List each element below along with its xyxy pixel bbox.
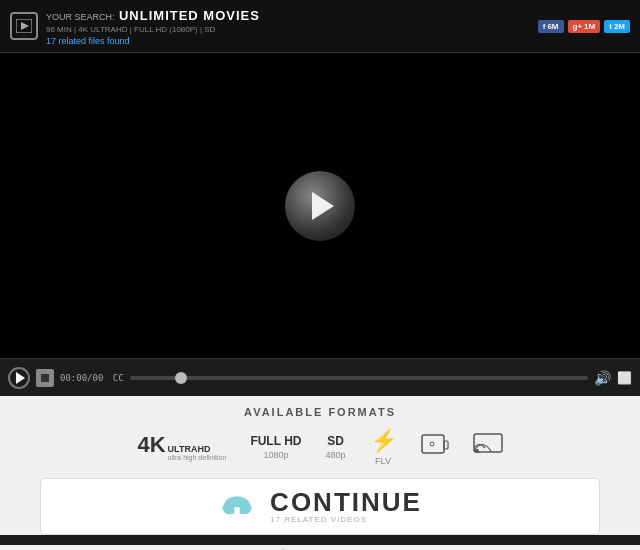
format-flash: ⚡ FLV bbox=[370, 428, 397, 466]
play-control-button[interactable] bbox=[8, 367, 30, 389]
play-button[interactable] bbox=[285, 171, 355, 241]
tablet-icon bbox=[421, 434, 449, 461]
gp-icon: g+ bbox=[573, 22, 583, 31]
fb-icon: f bbox=[543, 22, 546, 31]
sd-res: 480p bbox=[325, 450, 345, 460]
header-left: Your Search: UNLIMITED MOVIES 96 MIN | 4… bbox=[10, 6, 260, 46]
time-display: 00:00/00 CC bbox=[60, 373, 124, 383]
fullscreen-icon[interactable]: ⬜ bbox=[617, 371, 632, 385]
format-sd: SD 480p bbox=[325, 434, 345, 460]
video-player bbox=[0, 53, 640, 358]
controls-bar: 00:00/00 CC 🔊 ⬜ bbox=[0, 358, 640, 396]
fullhd-label: FULL HD bbox=[250, 434, 301, 448]
tw-count: 2M bbox=[614, 22, 625, 31]
search-meta: 96 MIN | 4K ULTRAHD | FULL HD (1080P) | … bbox=[46, 25, 260, 34]
tw-icon: t bbox=[609, 22, 612, 31]
facebook-button[interactable]: f 6M bbox=[538, 20, 564, 33]
stop-icon bbox=[41, 374, 49, 382]
related-files-link[interactable]: 17 related files found bbox=[46, 36, 260, 46]
continue-label: CONTINUE bbox=[270, 489, 422, 515]
formats-row: 4K ULTRAHD ultra high definition FULL HD… bbox=[20, 428, 620, 466]
cloud-download-icon bbox=[218, 493, 256, 521]
svg-point-6 bbox=[475, 449, 479, 453]
svg-marker-1 bbox=[21, 22, 29, 30]
format-tablet bbox=[421, 434, 449, 461]
social-buttons: f 6M g+ 1M t 2M bbox=[538, 20, 630, 33]
twitter-button[interactable]: t 2M bbox=[604, 20, 630, 33]
fullhd-res: 1080p bbox=[263, 450, 288, 460]
formats-title: AVAILABLE FORMATS bbox=[20, 406, 620, 418]
play-triangle-icon bbox=[312, 192, 334, 220]
svg-rect-5 bbox=[474, 434, 502, 452]
svg-point-4 bbox=[430, 442, 434, 446]
formats-section: AVAILABLE FORMATS 4K ULTRAHD ultra high … bbox=[0, 396, 640, 535]
logo-icon bbox=[10, 12, 38, 40]
search-title: UNLIMITED MOVIES bbox=[119, 8, 260, 23]
fb-count: 6M bbox=[547, 22, 558, 31]
format-4k: 4K ULTRAHD ultra high definition bbox=[137, 434, 226, 461]
svg-rect-2 bbox=[422, 435, 444, 453]
format-tv bbox=[473, 433, 503, 461]
4k-label: 4K bbox=[137, 434, 165, 456]
continue-text-group: CONTINUE 17 RELATED VIDEOS bbox=[270, 489, 422, 524]
footer: 🔒 SECURE VERIFIED bbox=[0, 545, 640, 550]
format-fullhd: FULL HD 1080p bbox=[250, 434, 301, 460]
play-icon bbox=[16, 372, 25, 384]
progress-thumb[interactable] bbox=[175, 372, 187, 384]
tv-icon bbox=[473, 433, 503, 461]
header: Your Search: UNLIMITED MOVIES 96 MIN | 4… bbox=[0, 0, 640, 53]
svg-marker-11 bbox=[229, 514, 245, 521]
sd-label: SD bbox=[327, 434, 344, 448]
cc-label: CC bbox=[113, 373, 124, 383]
continue-button[interactable]: CONTINUE 17 RELATED VIDEOS bbox=[40, 478, 600, 535]
progress-bar[interactable] bbox=[130, 376, 588, 380]
stop-control-button[interactable] bbox=[36, 369, 54, 387]
flash-icon: ⚡ bbox=[370, 428, 397, 454]
gp-count: 1M bbox=[584, 22, 595, 31]
ultrahd-desc: ultra high definition bbox=[168, 454, 227, 461]
continue-sub: 17 RELATED VIDEOS bbox=[270, 515, 367, 524]
volume-icon[interactable]: 🔊 bbox=[594, 370, 611, 386]
googleplus-button[interactable]: g+ 1M bbox=[568, 20, 601, 33]
search-label-row: Your Search: UNLIMITED MOVIES bbox=[46, 6, 260, 24]
header-text: Your Search: UNLIMITED MOVIES 96 MIN | 4… bbox=[46, 6, 260, 46]
ultrahd-label: ULTRAHD bbox=[168, 444, 211, 454]
flash-label: FLV bbox=[375, 456, 391, 466]
search-label: Your Search: bbox=[46, 12, 115, 22]
